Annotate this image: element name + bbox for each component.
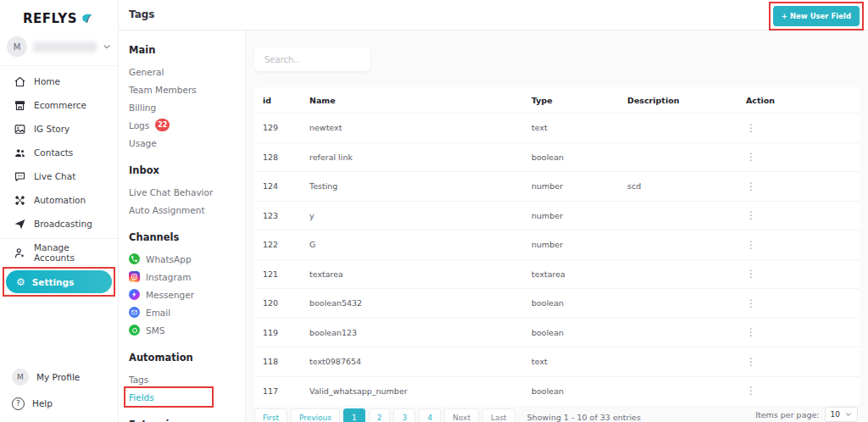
sidebar-item-help[interactable]: ? Help [0,392,118,414]
sidebar-divider [0,238,118,239]
items-per-page-select[interactable]: 10 [825,407,858,422]
sidebar-item-label: Contacts [34,147,73,158]
items-per-page-label: Items per page: [755,410,819,419]
pagination-previous-button[interactable]: Previous [291,408,340,422]
sidebar-item-ig-story[interactable]: IG Story [0,117,118,141]
sidebar-item-label: IG Story [34,124,70,134]
subnav-item-auto-assignment[interactable]: Auto Assignment [129,201,245,219]
sidebar-item-settings[interactable]: ⚙ Settings [6,270,112,293]
sidebar-item-label: My Profile [36,372,80,382]
pagination-pages: 1234 [343,408,441,422]
page-header: Tags + New User Field [119,0,868,31]
sidebar-item-label: Manage Accounts [34,242,104,263]
account-switcher[interactable]: M [0,28,118,66]
new-user-field-button[interactable]: + New User Field [773,6,860,26]
sidebar-nav: Home Ecommerce IG Story Contacts Live Ch… [0,66,118,236]
row-actions-menu-icon[interactable]: ⋮ [746,268,756,280]
paper-plane-icon [14,218,26,230]
sidebar-item-label: Help [32,398,53,408]
row-id: 123 [263,211,309,220]
search-input[interactable] [254,47,370,71]
subnav-item-instagram[interactable]: Instagram [129,268,245,286]
messenger-icon [129,289,140,300]
table-row: 120 boolean5432 boolean ⋮ [254,288,860,318]
items-per-page-value: 10 [831,410,840,419]
manage-accounts-icon [14,247,26,259]
image-icon [14,123,26,136]
main-content: id Name Type Description Action 129 newt… [246,31,868,422]
pagination-first-button[interactable]: First [254,408,287,422]
settings-subnav: Main General Team Members Billing Logs 2… [119,31,246,422]
sidebar-item-live-chat[interactable]: Live Chat [0,164,118,188]
row-id: 129 [263,123,309,132]
row-actions-menu-icon[interactable]: ⋮ [746,239,756,251]
pagination-last-button[interactable]: Last [482,408,515,422]
row-name: Testing [309,181,531,191]
email-icon [129,307,140,318]
row-id: 118 [263,357,309,366]
row-actions-menu-icon[interactable]: ⋮ [746,385,756,397]
subnav-item-logs[interactable]: Logs 22 [129,116,245,134]
table-row: 118 text0987654 text ⋮ [254,347,860,376]
app-root: REFLYS M Home Ecommerce IG Story [0,0,868,422]
sidebar-item-ecommerce[interactable]: Ecommerce [0,93,118,117]
row-name: text0987654 [309,357,531,366]
chevron-down-icon[interactable] [103,42,111,51]
subnav-item-sms[interactable]: SMS [129,321,245,339]
sidebar-item-my-profile[interactable]: M My Profile [0,366,118,388]
subnav-item-live-chat-behavior[interactable]: Live Chat Behavior [129,183,245,201]
annotation-box-settings: ⚙ Settings [3,267,115,297]
row-actions-menu-icon[interactable]: ⋮ [746,326,756,338]
section-title: Automation [129,352,245,370]
pagination-page-button[interactable]: 4 [419,408,441,422]
subnav-item-fields[interactable]: Fields [129,388,245,406]
pagination-page-button[interactable]: 2 [369,408,391,422]
sidebar-item-automation[interactable]: Automation [0,188,118,212]
subnav-item-label: Team Members [129,85,197,95]
sidebar-item-label: Broadcasting [34,219,92,229]
subnav-item-messenger[interactable]: Messenger [129,286,245,303]
row-actions-menu-icon[interactable]: ⋮ [746,122,756,134]
items-per-page: Items per page: 10 [755,407,858,422]
row-actions-menu-icon[interactable]: ⋮ [746,297,756,309]
chat-bubble-icon [14,170,26,183]
annotation-box-new-user-field: + New User Field [769,2,864,31]
row-actions-menu-icon[interactable]: ⋮ [746,209,756,221]
row-actions-menu-icon[interactable]: ⋮ [746,151,756,163]
row-description: scd [627,181,746,191]
pagination: First Previous 1234 Next Last Showing 1 … [254,408,641,422]
sidebar-item-home[interactable]: Home [0,69,118,93]
subnav-item-label: Billing [129,103,156,113]
row-type: number [531,240,627,249]
subnav-item-billing[interactable]: Billing [129,98,245,116]
subnav-item-label: Instagram [146,272,191,282]
row-id: 120 [263,298,309,308]
pagination-next-button[interactable]: Next [444,408,479,422]
subnav-item-whatsapp[interactable]: WhatsApp [129,250,245,268]
row-type: number [531,211,627,220]
section-title: Extensions [129,419,245,422]
table-row: 119 boolean123 boolean ⋮ [254,318,860,347]
subnav-item-usage[interactable]: Usage [129,134,245,152]
sidebar-item-broadcasting[interactable]: Broadcasting [0,212,118,236]
user-name-redacted [33,42,97,53]
pagination-page-button[interactable]: 3 [393,408,415,422]
sidebar-item-contacts[interactable]: Contacts [0,141,118,164]
subnav-item-general[interactable]: General [129,63,245,81]
subnav-item-tags[interactable]: Tags [129,370,245,388]
row-actions-menu-icon[interactable]: ⋮ [746,180,756,192]
row-name: boolean5432 [309,298,531,308]
pagination-page-button[interactable]: 1 [343,408,365,422]
subnav-item-email[interactable]: Email [129,303,245,321]
logo: REFLYS [0,0,118,28]
page-title: Tags [129,8,154,20]
row-type: boolean [531,298,627,308]
row-type: boolean [531,328,627,337]
row-id: 122 [263,240,309,249]
subnav-item-team-members[interactable]: Team Members [129,81,245,98]
sidebar-item-manage-accounts[interactable]: Manage Accounts [0,242,118,264]
table-row: 124 Testing number scd ⋮ [254,171,860,201]
chevron-down-icon [845,411,852,418]
row-actions-menu-icon[interactable]: ⋮ [746,356,756,368]
column-header-type: Type [531,96,627,105]
